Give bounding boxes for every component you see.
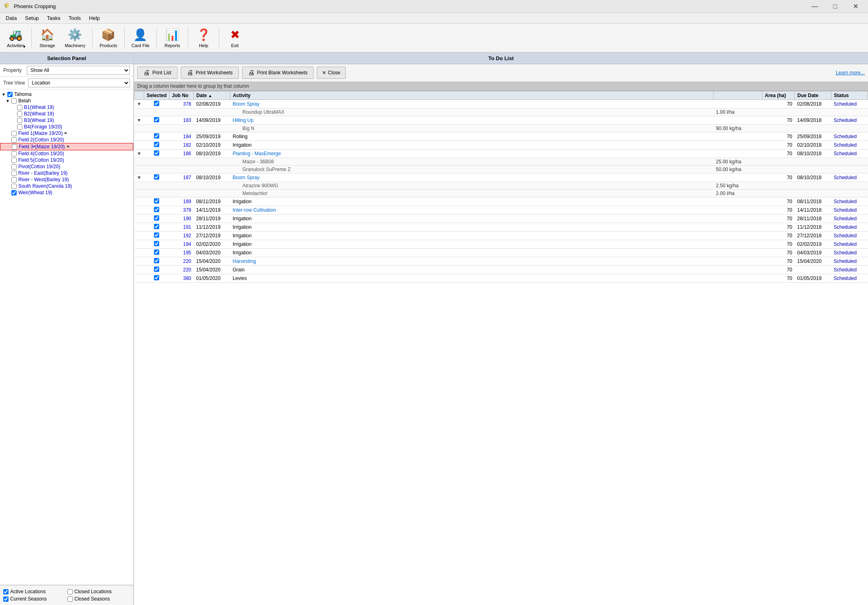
tree-item-field2[interactable]: Field 2(Cotton 19/20) — [0, 137, 133, 143]
row-checkbox[interactable] — [154, 198, 159, 204]
tree-item-south-raven[interactable]: South Raven(Canola 19) — [0, 183, 133, 189]
tree-check-belah[interactable] — [11, 98, 17, 104]
menu-tools[interactable]: Tools — [65, 14, 85, 22]
tree-item-field3[interactable]: Field 3•(Maize 19/20) ⚑ — [0, 143, 133, 150]
tree-check-field1[interactable] — [11, 131, 17, 136]
row-expander[interactable]: ▼ — [134, 173, 144, 182]
row-checkbox[interactable] — [154, 133, 159, 139]
tree-item-weir[interactable]: Weir(Wheat 19) — [0, 189, 133, 196]
row-checkbox[interactable] — [154, 207, 159, 212]
row-selected-cell[interactable] — [144, 215, 169, 223]
toolbar-exit[interactable]: ✖ Exit — [223, 25, 247, 51]
table-row[interactable]: ▼37802/08/2019Boom Spray7002/08/2018Sche… — [134, 100, 868, 108]
th-product[interactable] — [714, 91, 762, 100]
tree-item-b3wheat[interactable]: B3(Wheat 19) — [0, 117, 133, 124]
menu-data[interactable]: Data — [2, 14, 21, 22]
table-row[interactable]: ▼18708/10/2019Boom Spray7008/10/2018Sche… — [134, 173, 868, 182]
th-area[interactable]: Area (ha) — [762, 91, 795, 100]
row-selected-cell[interactable] — [144, 100, 169, 108]
row-checkbox[interactable] — [154, 142, 159, 147]
tree-check-b3wheat[interactable] — [17, 118, 22, 123]
tree-check-field5[interactable] — [11, 158, 17, 163]
table-row[interactable]: 19402/02/2020Irrigation7002/02/2019Sched… — [134, 240, 868, 249]
table-row[interactable]: 22015/04/2020Grain70Scheduled — [134, 266, 868, 274]
tree-item-field4[interactable]: Field 4(Cotton 19/20) — [0, 150, 133, 157]
tree-check-field3[interactable] — [12, 144, 17, 150]
tree-check-b4forage[interactable] — [17, 124, 22, 130]
row-checkbox[interactable] — [154, 258, 159, 263]
th-activity[interactable]: Activity — [230, 91, 714, 100]
th-date[interactable]: Date ▲ — [194, 91, 230, 100]
toolbar-machinery[interactable]: ⚙️ Machinery — [61, 25, 89, 51]
row-selected-cell[interactable] — [144, 257, 169, 266]
todo-table-wrapper[interactable]: Selected Job No Date ▲ Activity Area (ha… — [134, 91, 868, 605]
row-expander[interactable]: ▼ — [134, 100, 144, 108]
row-checkbox[interactable] — [154, 150, 159, 156]
row-selected-cell[interactable] — [144, 240, 169, 249]
tree-check-field4[interactable] — [11, 151, 17, 156]
cb-current-seasons[interactable] — [3, 596, 9, 602]
row-expander[interactable]: ▼ — [134, 150, 144, 158]
menu-help[interactable]: Help — [85, 14, 104, 22]
maximize-button[interactable]: □ — [826, 0, 844, 13]
table-row[interactable]: 38001/05/2020Levies7001/05/2019Scheduled — [134, 274, 868, 283]
tree-item-b1wheat[interactable]: B1(Wheat 19) — [0, 104, 133, 111]
tree-toggle-tahoma[interactable]: ▼ — [2, 92, 7, 97]
close-button[interactable]: ✕ — [846, 0, 865, 13]
row-activity[interactable]: Boom Spray — [230, 100, 714, 108]
row-selected-cell[interactable] — [144, 132, 169, 141]
tree-item-b2wheat[interactable]: B2(Wheat 19) — [0, 111, 133, 117]
row-checkbox[interactable] — [154, 275, 159, 280]
toolbar-activities[interactable]: 🚜 Activities ▼ — [3, 25, 28, 51]
table-row[interactable]: 18202/10/2019Irrigation7002/10/2018Sched… — [134, 141, 868, 150]
close-button[interactable]: ✕ Close — [317, 67, 346, 79]
toolbar-products[interactable]: 📦 Products — [96, 25, 121, 51]
table-row[interactable]: 18425/09/2019Rolling7025/09/2018Schedule… — [134, 132, 868, 141]
row-activity[interactable]: Harvesting — [230, 257, 714, 266]
row-selected-cell[interactable] — [144, 223, 169, 232]
print-blank-button[interactable]: 🖨 Print Blank Worksheets — [242, 67, 314, 79]
row-selected-cell[interactable] — [144, 274, 169, 283]
tree-check-pivot[interactable] — [11, 164, 17, 169]
tree-item-river-west[interactable]: River - West(Barley 19) — [0, 176, 133, 183]
menu-tasks[interactable]: Tasks — [43, 14, 64, 22]
tree-item-field1[interactable]: Field 1(Maize 19/20) ⚑ — [0, 130, 133, 137]
row-selected-cell[interactable] — [144, 173, 169, 182]
row-selected-cell[interactable] — [144, 249, 169, 257]
row-selected-cell[interactable] — [144, 116, 169, 125]
table-row[interactable]: ▼18608/10/2019Planting - MaxEmerge7008/1… — [134, 150, 868, 158]
tree-item-b4forage[interactable]: B4(Forage 19/20) — [0, 124, 133, 130]
cb-active-locations[interactable] — [3, 589, 9, 594]
row-selected-cell[interactable] — [144, 206, 169, 215]
table-row[interactable]: 19227/12/2019Irrigation7027/12/2018Sched… — [134, 232, 868, 240]
tree-check-b2wheat[interactable] — [17, 111, 22, 117]
row-selected-cell[interactable] — [144, 232, 169, 240]
row-selected-cell[interactable] — [144, 197, 169, 206]
table-row[interactable]: 37914/11/2019Inter-row Cultivation7014/1… — [134, 206, 868, 215]
print-worksheets-button[interactable]: 🖨 Print Worksheets — [181, 67, 239, 79]
row-checkbox[interactable] — [154, 232, 159, 238]
table-row[interactable]: 19028/11/2019Irrigation7028/11/2018Sched… — [134, 215, 868, 223]
minimize-button[interactable]: — — [805, 0, 824, 13]
row-checkbox[interactable] — [154, 117, 159, 122]
table-row[interactable]: 19504/03/2020Irrigation7004/03/2019Sched… — [134, 249, 868, 257]
tree-check-river-east[interactable] — [11, 171, 17, 176]
tree-item-pivot[interactable]: Pivot(Cotton 19/20) — [0, 163, 133, 170]
row-checkbox[interactable] — [154, 101, 159, 106]
treeview-select[interactable]: Location — [28, 78, 130, 87]
property-select[interactable]: Show All — [27, 66, 130, 75]
row-checkbox[interactable] — [154, 241, 159, 246]
row-checkbox[interactable] — [154, 249, 159, 255]
row-checkbox[interactable] — [154, 174, 159, 180]
tree-check-weir[interactable] — [11, 190, 17, 195]
row-activity[interactable]: Hilling Up — [230, 116, 714, 125]
tree-item-belah[interactable]: ▼ Belah — [0, 98, 133, 104]
learn-more-link[interactable]: Learn more... — [836, 70, 865, 76]
menu-setup[interactable]: Setup — [21, 14, 43, 22]
tree-item-tahoma[interactable]: ▼ Tahoma — [0, 91, 133, 98]
table-row[interactable]: 19111/12/2019Irrigation7011/12/2018Sched… — [134, 223, 868, 232]
th-jobno[interactable]: Job No — [169, 91, 194, 100]
th-selected[interactable]: Selected — [144, 91, 169, 100]
row-checkbox[interactable] — [154, 267, 159, 272]
row-expander[interactable]: ▼ — [134, 116, 144, 125]
